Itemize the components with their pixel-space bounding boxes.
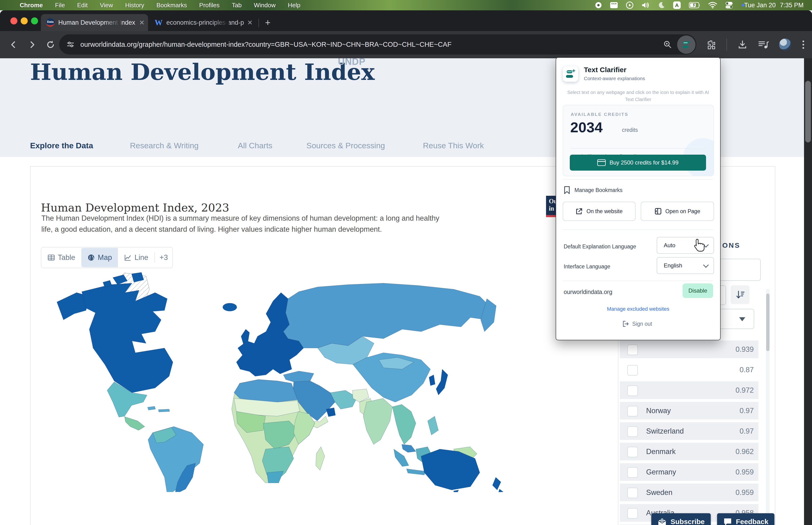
site-settings-icon[interactable]: [66, 40, 75, 49]
menu-window[interactable]: Window: [254, 2, 275, 9]
window-scrollbar-thumb[interactable]: [805, 81, 811, 142]
country-row-germany[interactable]: Germany0.959: [620, 463, 759, 481]
envelope-icon: [657, 518, 667, 525]
back-icon[interactable]: [9, 40, 18, 49]
wikipedia-favicon: W: [155, 18, 163, 27]
checkbox[interactable]: [627, 487, 638, 498]
address-bar[interactable]: ourworldindata.org/grapher/human-develop…: [59, 34, 696, 55]
do-not-disturb-moon-icon[interactable]: [658, 2, 665, 9]
sign-out-button[interactable]: Sign out: [623, 320, 652, 327]
map-korea: [429, 375, 435, 386]
downloads-icon[interactable]: [737, 40, 748, 50]
extensions-puzzle-icon[interactable]: [706, 40, 716, 50]
checkbox[interactable]: [627, 406, 638, 417]
country-row[interactable]: 0.939: [620, 341, 759, 358]
checkbox[interactable]: [627, 365, 638, 376]
tab-inactive-economics[interactable]: W economics-principles-and-pr ✕: [152, 15, 263, 30]
chart-description: The Human Development Index (HDI) is a s…: [41, 213, 439, 235]
zoom-page-icon[interactable]: [663, 40, 672, 49]
checkbox[interactable]: [627, 447, 638, 457]
control-center-icon[interactable]: [725, 1, 734, 9]
kebab-menu-icon[interactable]: [802, 40, 805, 50]
view-table-button[interactable]: Table: [41, 248, 81, 267]
input-source-icon[interactable]: A: [673, 1, 681, 9]
menu-file[interactable]: File: [55, 2, 65, 9]
chart-description-line2: life, a good education, and a decent sta…: [41, 224, 439, 235]
country-value: 0.939: [735, 345, 754, 354]
menu-history[interactable]: History: [125, 2, 144, 9]
globe-icon: [88, 254, 95, 261]
view-more-label: +3: [159, 253, 168, 262]
nav-tab-sources[interactable]: Sources & Processing: [306, 141, 385, 150]
wifi-icon[interactable]: [708, 2, 717, 9]
checkbox[interactable]: [627, 467, 638, 478]
on-the-website-button[interactable]: On the website: [563, 201, 635, 221]
menu-tab[interactable]: Tab: [232, 2, 242, 9]
url-text[interactable]: ourworldindata.org/grapher/human-develop…: [80, 41, 451, 48]
manage-bookmarks-row[interactable]: Manage Bookmarks: [564, 186, 623, 194]
interface-language-select[interactable]: English: [657, 257, 714, 274]
sidebar-scrollbar-thumb[interactable]: [766, 294, 769, 351]
menubar-clock: Tue Jan 20 7:35 PM: [744, 0, 803, 10]
menu-profiles[interactable]: Profiles: [199, 2, 220, 9]
menu-view[interactable]: View: [100, 2, 113, 9]
checkbox[interactable]: [627, 508, 638, 519]
checkbox[interactable]: [627, 386, 638, 396]
view-line-button[interactable]: Line: [118, 248, 154, 267]
country-value: 0.97: [740, 407, 754, 415]
view-map-button[interactable]: Map: [81, 248, 118, 267]
reload-icon[interactable]: [46, 40, 56, 49]
world-choropleth-map[interactable]: [54, 270, 543, 492]
country-row[interactable]: 0.972: [620, 381, 759, 399]
sidebar-scrollbar[interactable]: [766, 289, 770, 525]
battery-icon[interactable]: [689, 2, 700, 8]
zoom-window-button[interactable]: [31, 17, 38, 25]
manage-excluded-link[interactable]: Manage excluded websites: [556, 306, 720, 312]
tab-close-icon[interactable]: ✕: [139, 19, 144, 27]
menu-chrome[interactable]: Chrome: [20, 2, 43, 9]
sort-descending-icon: [735, 290, 745, 300]
open-on-page-button[interactable]: Open on Page: [641, 201, 714, 221]
nav-tab-explore[interactable]: Explore the Data: [30, 141, 93, 150]
checkbox[interactable]: [627, 426, 638, 437]
nav-tab-all-charts[interactable]: All Charts: [238, 141, 272, 150]
screen-record-icon[interactable]: [595, 2, 602, 9]
close-window-button[interactable]: [10, 17, 17, 25]
disable-site-button[interactable]: Disable: [683, 283, 713, 298]
tab-active-hdi[interactable]: Data Human Development Index, 2 ✕: [41, 14, 148, 31]
country-row-denmark[interactable]: Denmark0.962: [620, 443, 759, 460]
window-scrollbar[interactable]: [804, 58, 812, 525]
tab-divider: [258, 19, 259, 27]
checkbox[interactable]: [627, 345, 638, 355]
country-row-sweden[interactable]: Sweden0.959: [620, 484, 759, 501]
country-row[interactable]: 0.87: [620, 361, 759, 379]
menu-bookmarks[interactable]: Bookmarks: [156, 2, 187, 9]
sort-order-button[interactable]: [731, 285, 750, 304]
text-clarifier-extension-button[interactable]: [677, 35, 695, 54]
default-language-value: Auto: [664, 242, 675, 249]
feedback-button[interactable]: Feedback: [717, 513, 775, 525]
new-tab-button[interactable]: +: [265, 17, 271, 28]
play-status-icon[interactable]: [626, 1, 633, 9]
tab-strip: Data Human Development Index, 2 ✕ W econ…: [0, 10, 812, 31]
view-map-label: Map: [98, 253, 112, 262]
nav-tab-reuse[interactable]: Reuse This Work: [423, 141, 484, 150]
menu-help[interactable]: Help: [288, 2, 300, 9]
media-controls-icon[interactable]: [758, 40, 769, 49]
subscribe-button[interactable]: Subscribe: [651, 513, 711, 525]
window-tiles-icon[interactable]: [610, 2, 618, 9]
credits-label: AVAILABLE CREDITS: [571, 112, 628, 117]
buy-credits-button[interactable]: Buy 2500 credits for $14.99: [570, 155, 706, 170]
country-row-switzerland[interactable]: Switzerland0.97: [620, 422, 759, 440]
view-more-button[interactable]: +3: [155, 248, 172, 267]
card-divider: [570, 148, 706, 149]
minimize-window-button[interactable]: [21, 17, 28, 25]
forward-icon[interactable]: [27, 40, 37, 49]
volume-icon[interactable]: [641, 2, 650, 9]
tab-close-icon[interactable]: ✕: [247, 19, 252, 27]
menu-edit[interactable]: Edit: [77, 2, 88, 9]
profile-avatar[interactable]: [779, 39, 791, 51]
nav-tab-research[interactable]: Research & Writing: [130, 141, 199, 150]
view-line-label: Line: [134, 253, 148, 262]
country-row-norway[interactable]: Norway0.97: [620, 402, 759, 419]
